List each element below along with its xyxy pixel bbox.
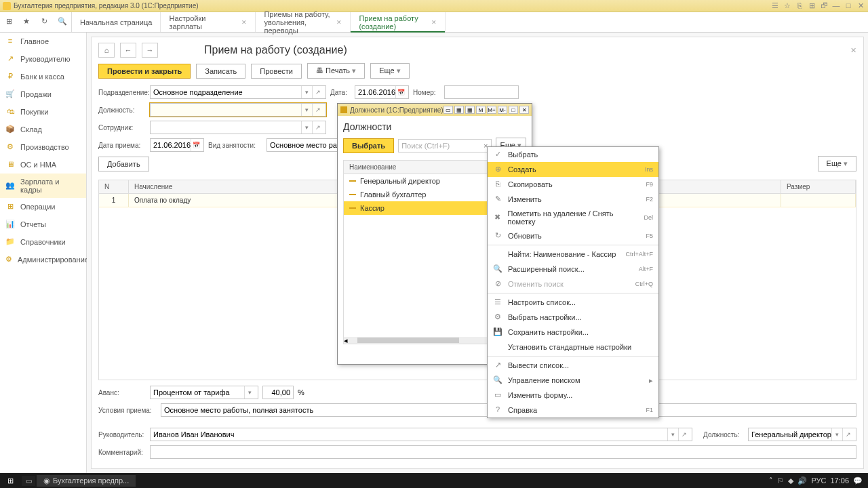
employee-field[interactable]: ▾↗ xyxy=(150,121,326,134)
icon-btn[interactable]: ▭ xyxy=(443,106,453,114)
tab-hire-create[interactable]: Прием на работу (создание)✕ xyxy=(351,12,446,32)
ctx-create[interactable]: ⊕СоздатьIns xyxy=(488,162,658,177)
tray-icon[interactable]: 🔊 xyxy=(797,476,807,485)
dropdown-icon[interactable]: ▾ xyxy=(301,104,312,116)
hiredate-field[interactable]: 21.06.2016📅 xyxy=(150,138,204,152)
popup-titlebar[interactable]: Должности (1С:Предприятие) ▭ ▦ ▦ M M+ M-… xyxy=(338,104,532,116)
history-icon[interactable]: ↻ xyxy=(39,17,50,28)
sidebar-item-production[interactable]: ⚙Производство xyxy=(0,138,86,156)
dropdown-icon[interactable]: ▾ xyxy=(831,428,842,441)
open-icon[interactable]: ↗ xyxy=(312,121,323,134)
tray-clock[interactable]: 17:06 xyxy=(830,476,849,485)
ctx-adv-find[interactable]: 🔍Расширенный поиск...Alt+F xyxy=(488,262,658,277)
dropdown-icon[interactable]: ▾ xyxy=(244,386,255,399)
sidebar-item-purchases[interactable]: 🛍Покупки xyxy=(0,103,86,121)
date-field[interactable]: 21.06.2016📅 xyxy=(355,85,409,99)
taskbar-app-1c[interactable]: ◉Бухгалтерия предпр... xyxy=(37,475,136,487)
comment-field[interactable] xyxy=(150,445,856,459)
sidebar-item-reports[interactable]: 📊Отчеты xyxy=(0,216,86,233)
notifications-icon[interactable]: 💬 xyxy=(853,476,863,485)
popup-select-button[interactable]: Выбрать xyxy=(343,138,394,153)
popup-close-icon[interactable]: ✕ xyxy=(519,106,529,114)
sidebar-item-admin[interactable]: ⚙Администрирование xyxy=(0,251,86,268)
department-field[interactable]: Основное подразделение▾↗ xyxy=(150,85,326,99)
ctx-cancel-find[interactable]: ⊘Отменить поискCtrl+Q xyxy=(488,277,658,291)
taskview-button[interactable]: ▭ xyxy=(22,476,35,486)
tab-home[interactable]: Начальная страница xyxy=(72,12,161,32)
icon-btn[interactable]: ⎘ xyxy=(795,1,804,11)
ctx-search-mgmt[interactable]: 🔍Управление поиском▸ xyxy=(488,373,658,388)
icon-btn[interactable]: ☆ xyxy=(783,1,792,11)
sidebar-item-main[interactable]: ≡Главное xyxy=(0,33,86,50)
icon-btn[interactable]: 🗗 xyxy=(819,1,829,11)
dropdown-icon[interactable]: ▾ xyxy=(301,86,312,98)
post-button[interactable]: Провести xyxy=(251,64,302,79)
tab-close-icon[interactable]: ✕ xyxy=(336,19,342,26)
post-and-close-button[interactable]: Провести и закрыть xyxy=(98,64,191,79)
advance-type-field[interactable]: Процентом от тарифа▾ xyxy=(150,386,258,399)
ctx-output-list[interactable]: ↗Вывести список... xyxy=(488,358,658,373)
ctx-mark-delete[interactable]: ✖Пометить на удаление / Снять пометкуDel xyxy=(488,207,658,228)
sidebar-item-warehouse[interactable]: 📦Склад xyxy=(0,121,86,138)
sidebar-item-sales[interactable]: 🛒Продажи xyxy=(0,85,86,103)
ctx-refresh[interactable]: ↻ОбновитьF5 xyxy=(488,228,658,243)
tab-hr-operations[interactable]: Приемы на работу, увольнения, переводы✕ xyxy=(256,12,351,32)
tray-up-icon[interactable]: ˄ xyxy=(769,476,773,485)
icon-btn[interactable]: ⊞ xyxy=(807,1,816,11)
close-icon[interactable]: ✕ xyxy=(856,1,865,11)
tab-close-icon[interactable]: ✕ xyxy=(431,19,437,26)
sidebar-item-operations[interactable]: ⊞Операции xyxy=(0,198,86,216)
icon-btn[interactable]: M xyxy=(476,106,486,114)
popup-search-input[interactable]: Поиск (Ctrl+F)× xyxy=(398,139,491,152)
manager-field[interactable]: Иванов Иван Иванович▾↗ xyxy=(150,428,692,441)
ctx-find[interactable]: Найти: Наименование - КассирCtrl+Alt+F xyxy=(488,247,658,262)
ctx-select-settings[interactable]: ⚙Выбрать настройки... xyxy=(488,310,658,325)
ctx-save-settings[interactable]: 💾Сохранить настройки... xyxy=(488,325,658,340)
icon-btn[interactable]: ▦ xyxy=(465,106,475,114)
page-close-icon[interactable]: ✕ xyxy=(850,46,856,55)
icon-btn[interactable]: ☰ xyxy=(770,1,780,11)
search-icon[interactable]: 🔍 xyxy=(57,17,68,28)
advance-value-field[interactable]: 40,00 xyxy=(262,386,294,399)
open-icon[interactable]: ↗ xyxy=(678,428,689,441)
more-button[interactable]: Еще xyxy=(370,63,409,79)
tray-icon[interactable]: ◆ xyxy=(788,476,793,485)
tab-close-icon[interactable]: ✕ xyxy=(241,19,247,26)
ctx-configure-list[interactable]: ☰Настроить список... xyxy=(488,295,658,310)
col-n[interactable]: N xyxy=(99,180,129,193)
open-icon[interactable]: ↗ xyxy=(312,86,323,98)
home-button[interactable]: ⌂ xyxy=(98,43,115,58)
save-button[interactable]: Записать xyxy=(196,64,245,79)
icon-btn[interactable]: ▦ xyxy=(454,106,464,114)
tab-salary-settings[interactable]: Настройки зарплаты✕ xyxy=(161,12,256,32)
scroll-left-icon[interactable]: ◂ xyxy=(344,336,348,345)
forward-button[interactable]: → xyxy=(142,43,158,58)
position-field[interactable]: ▾↗ xyxy=(150,103,326,117)
tray-icon[interactable]: ⚐ xyxy=(777,476,784,485)
ctx-edit[interactable]: ✎ИзменитьF2 xyxy=(488,192,658,207)
calendar-icon[interactable]: 📅 xyxy=(395,86,406,98)
ctx-std-settings[interactable]: Установить стандартные настройки xyxy=(488,340,658,354)
back-button[interactable]: ← xyxy=(120,43,136,58)
open-icon[interactable]: ↗ xyxy=(842,428,853,441)
col-size[interactable]: Размер xyxy=(781,180,856,193)
sidebar-item-manager[interactable]: ↗Руководителю xyxy=(0,50,86,68)
calendar-icon[interactable]: 📅 xyxy=(191,139,201,151)
sidebar-item-payroll[interactable]: 👥Зарплата и кадры xyxy=(0,174,86,198)
dropdown-icon[interactable]: ▾ xyxy=(301,121,312,134)
number-field[interactable] xyxy=(444,85,519,99)
minimize-icon[interactable]: — xyxy=(831,1,841,11)
print-button[interactable]: 🖶 Печать xyxy=(307,63,365,79)
sidebar-item-assets[interactable]: 🖥ОС и НМА xyxy=(0,156,86,174)
ctx-choose[interactable]: ✓Выбрать xyxy=(488,147,658,162)
grid-icon[interactable]: ⊞ xyxy=(3,17,14,28)
table-more-button[interactable]: Еще xyxy=(818,156,856,171)
popup-maximize-icon[interactable]: □ xyxy=(509,106,518,114)
icon-btn[interactable]: M- xyxy=(498,106,507,114)
open-icon[interactable]: ↗ xyxy=(312,104,323,116)
start-button[interactable]: ⊞ xyxy=(0,473,20,488)
scroll-thumb[interactable] xyxy=(357,338,459,343)
dropdown-icon[interactable]: ▾ xyxy=(667,428,678,441)
mgr-position-field[interactable]: Генеральный директор▾↗ xyxy=(748,428,856,441)
ctx-help[interactable]: ?СправкаF1 xyxy=(488,403,658,418)
